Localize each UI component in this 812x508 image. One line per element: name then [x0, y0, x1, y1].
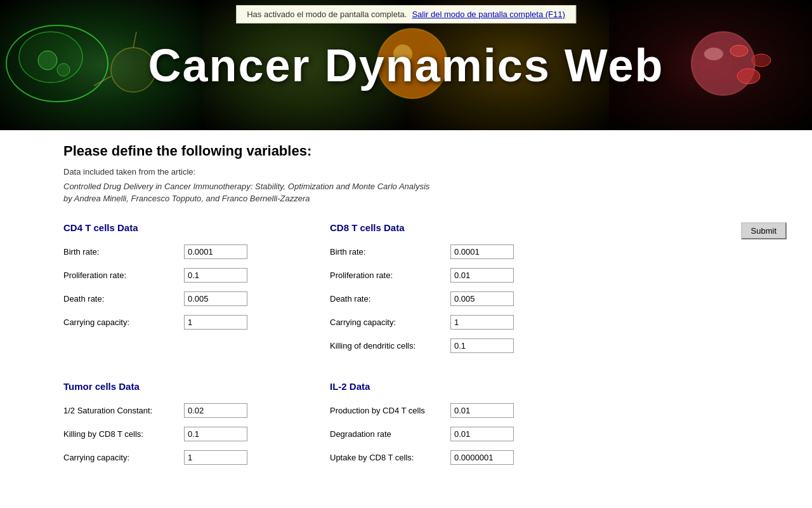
cd4-proliferation-rate-input[interactable]: [184, 268, 247, 283]
svg-point-15: [752, 54, 771, 67]
svg-line-5: [133, 32, 136, 48]
page-heading: Please define the following variables:: [63, 143, 787, 159]
cd8-birth-rate-row: Birth rate:: [330, 244, 596, 259]
tumor-saturation-input[interactable]: [184, 403, 247, 418]
submit-area: Submit: [741, 222, 787, 239]
cd8-section: CD8 T cells Data Birth rate: Proliferati…: [330, 222, 596, 362]
svg-point-3: [57, 64, 70, 76]
svg-point-16: [730, 45, 748, 57]
cd4-carrying-capacity-label: Carrying capacity:: [63, 318, 184, 327]
cd8-proliferation-rate-input[interactable]: [450, 268, 514, 283]
tumor-carrying-capacity-row: Carrying capacity:: [63, 450, 330, 465]
main-content: Please define the following variables: D…: [0, 130, 812, 508]
il2-production-cd4-row: Production by CD4 T cells: [330, 403, 596, 418]
cd8-killing-dendritic-label: Killing of dendritic cells:: [330, 341, 450, 351]
tumor-carrying-capacity-input[interactable]: [184, 450, 247, 465]
cd8-carrying-capacity-label: Carrying capacity:: [330, 318, 450, 327]
il2-uptake-cd8-row: Uptake by CD8 T cells:: [330, 450, 596, 465]
cd8-proliferation-rate-label: Proliferation rate:: [330, 271, 450, 280]
il2-section: IL-2 Data Production by CD4 T cells Degr…: [330, 381, 596, 474]
tumor-killing-cd8-input[interactable]: [184, 427, 247, 441]
tumor-saturation-label: 1/2 Saturation Constant:: [63, 406, 184, 415]
il2-uptake-cd8-label: Uptake by CD8 T cells:: [330, 453, 450, 462]
il2-production-cd4-input[interactable]: [450, 403, 514, 418]
cd8-killing-dendritic-row: Killing of dendritic cells:: [330, 338, 596, 353]
fullscreen-notification: Has activado el modo de pantalla complet…: [236, 5, 576, 23]
cd4-birth-rate-row: Birth rate:: [63, 244, 330, 259]
svg-point-12: [691, 32, 755, 95]
header-banner: Has activado el modo de pantalla complet…: [0, 0, 812, 130]
cd8-carrying-capacity-input[interactable]: [450, 315, 514, 330]
il2-degradation-rate-input[interactable]: [450, 427, 514, 441]
cd8-death-rate-label: Death rate:: [330, 294, 450, 304]
cd4-birth-rate-input[interactable]: [184, 244, 247, 259]
svg-point-13: [704, 48, 723, 60]
cd4-death-rate-input[interactable]: [184, 291, 247, 306]
cd8-birth-rate-input[interactable]: [450, 244, 514, 259]
cd8-death-rate-row: Death rate:: [330, 291, 596, 306]
cd4-carrying-capacity-input[interactable]: [184, 315, 247, 330]
fullscreen-message: Has activado el modo de pantalla complet…: [247, 10, 407, 19]
svg-point-14: [737, 69, 760, 84]
svg-point-2: [38, 51, 57, 70]
tumor-section-title: Tumor cells Data: [63, 381, 330, 392]
tumor-saturation-row: 1/2 Saturation Constant:: [63, 403, 330, 418]
cd8-proliferation-rate-row: Proliferation rate:: [330, 268, 596, 283]
svg-line-8: [94, 76, 111, 86]
cd4-carrying-capacity-row: Carrying capacity:: [63, 315, 330, 330]
cd8-carrying-capacity-row: Carrying capacity:: [330, 315, 596, 330]
il2-production-cd4-label: Production by CD4 T cells: [330, 406, 450, 415]
il2-degradation-rate-row: Degradation rate: [330, 427, 596, 441]
article-title: Controlled Drug Delivery in Cancer Immun…: [63, 182, 787, 191]
fullscreen-exit-link[interactable]: Salir del modo de pantalla completa (F11…: [412, 10, 565, 19]
submit-button[interactable]: Submit: [741, 222, 787, 239]
article-authors: by Andrea Minelli, Francesco Topputo, an…: [63, 194, 787, 203]
cd8-birth-rate-label: Birth rate:: [330, 247, 450, 257]
il2-degradation-rate-label: Degradation rate: [330, 429, 450, 439]
cd4-section: CD4 T cells Data Birth rate: Proliferati…: [63, 222, 330, 338]
tumor-killing-cd8-row: Killing by CD8 T cells:: [63, 427, 330, 441]
tumor-carrying-capacity-label: Carrying capacity:: [63, 453, 184, 462]
cd4-birth-rate-label: Birth rate:: [63, 247, 184, 257]
il2-uptake-cd8-input[interactable]: [450, 450, 514, 465]
bottom-data-row: Tumor cells Data 1/2 Saturation Constant…: [63, 381, 787, 474]
article-intro: Data included taken from the article:: [63, 167, 787, 177]
cd8-section-title: CD8 T cells Data: [330, 222, 596, 233]
il2-section-title: IL-2 Data: [330, 381, 596, 392]
cd8-death-rate-input[interactable]: [450, 291, 514, 306]
top-data-row: CD4 T cells Data Birth rate: Proliferati…: [63, 222, 787, 362]
cd4-death-rate-label: Death rate:: [63, 294, 184, 304]
cd4-proliferation-rate-row: Proliferation rate:: [63, 268, 330, 283]
tumor-killing-cd8-label: Killing by CD8 T cells:: [63, 429, 184, 439]
cd4-proliferation-rate-label: Proliferation rate:: [63, 271, 184, 280]
tumor-section: Tumor cells Data 1/2 Saturation Constant…: [63, 381, 330, 474]
cd4-death-rate-row: Death rate:: [63, 291, 330, 306]
cd4-section-title: CD4 T cells Data: [63, 222, 330, 233]
cd8-killing-dendritic-input[interactable]: [450, 338, 514, 353]
app-title: Cancer Dynamics Web: [148, 39, 664, 91]
